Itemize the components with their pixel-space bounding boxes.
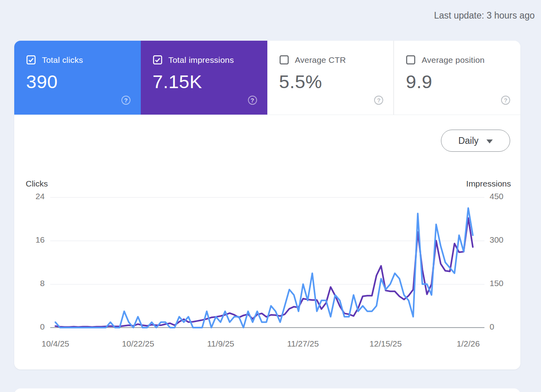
performance-panel: Total clicks 390 ? Total impressions 7.1…: [14, 41, 520, 369]
impressions-line: [55, 218, 473, 327]
chart-plot-area[interactable]: [14, 41, 520, 369]
search-console-performance-page: { "header": { "last_update": "Last updat…: [0, 0, 541, 392]
next-section-panel: [14, 388, 520, 392]
last-update-text: Last update: 3 hours ago: [434, 10, 535, 21]
clicks-line: [55, 208, 473, 328]
